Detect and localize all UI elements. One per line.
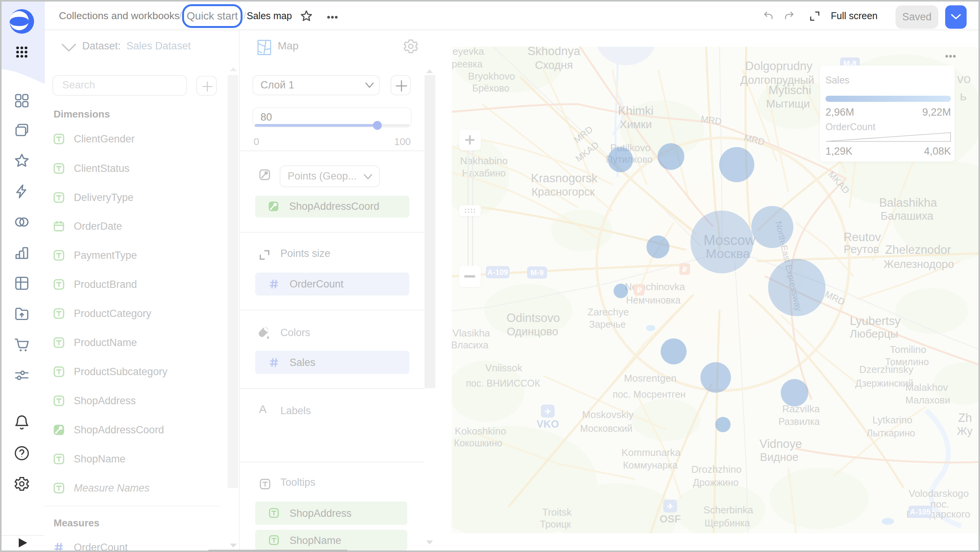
svg-text:Skhodnya: Skhodnya <box>527 47 581 58</box>
svg-text:Сходня: Сходня <box>535 59 573 71</box>
svg-text:Мытищи: Мытищи <box>766 98 810 110</box>
svg-text:Кокошкино: Кокошкино <box>454 438 502 448</box>
svg-text:Жу: Жу <box>957 425 973 437</box>
svg-text:Lyubertsy: Lyubertsy <box>850 314 901 328</box>
svg-text:vo: vo <box>957 71 971 86</box>
svg-text:Красногорск: Красногорск <box>531 186 594 198</box>
svg-text:Щербинка: Щербинка <box>705 518 750 528</box>
svg-text:А-109: А-109 <box>487 268 508 276</box>
svg-text:Zheleznodor: Zheleznodor <box>885 243 951 256</box>
svg-text:Vniissok: Vniissok <box>485 362 523 374</box>
svg-text:Видное: Видное <box>760 451 799 463</box>
svg-text:Реутов: Реутов <box>844 243 879 255</box>
svg-text:Drozhzhino: Drozhzhino <box>691 464 742 475</box>
svg-text:Zarechye: Zarechye <box>588 306 629 318</box>
svg-text:OSF: OSF <box>659 513 681 525</box>
svg-text:Zh: Zh <box>958 411 972 425</box>
svg-text:₽: ₽ <box>637 286 642 294</box>
svg-text:Kokoshkino: Kokoshkino <box>455 425 506 437</box>
svg-text:Lytkarino: Lytkarino <box>873 414 913 426</box>
svg-text:Balashikha: Balashikha <box>879 196 937 209</box>
svg-text:Нахабино: Нахабино <box>462 168 506 178</box>
svg-text:Kommunarka: Kommunarka <box>622 447 681 458</box>
svg-text:VKO: VKO <box>537 418 559 430</box>
svg-text:Одинцово: Одинцово <box>507 325 558 338</box>
svg-text:пос. Мосрентген: пос. Мосрентген <box>613 389 686 400</box>
svg-text:Троицк: Троицк <box>540 519 571 529</box>
svg-text:Dolgoprudny: Dolgoprudny <box>745 59 812 73</box>
svg-text:Железнодоро: Железнодоро <box>884 258 954 270</box>
svg-text:Mosrentgen: Mosrentgen <box>624 372 676 384</box>
svg-text:Развилка: Развилка <box>778 416 820 427</box>
svg-text:Люберцы: Люберцы <box>850 328 899 340</box>
svg-text:Московский: Московский <box>580 423 633 434</box>
svg-text:Nemchinovka: Nemchinovka <box>625 281 685 292</box>
svg-text:Дзержинский: Дзержинский <box>855 378 914 389</box>
svg-text:пос. ВНИИССОК: пос. ВНИИССОК <box>466 378 540 389</box>
svg-text:М-9: М-9 <box>531 268 544 277</box>
svg-text:✈: ✈ <box>667 502 674 511</box>
svg-text:Volodarskogo: Volodarskogo <box>908 488 969 499</box>
svg-text:ь: ь <box>960 88 967 103</box>
svg-text:Дрожжино: Дрожжино <box>693 477 739 488</box>
svg-text:Vlasikha: Vlasikha <box>453 327 490 339</box>
svg-text:✈: ✈ <box>545 407 551 416</box>
svg-text:А-105: А-105 <box>910 508 931 516</box>
svg-text:Bryokhovo: Bryokhovo <box>468 70 515 82</box>
svg-text:Малахови: Малахови <box>905 395 950 405</box>
svg-text:Tomilino: Tomilino <box>890 344 926 355</box>
svg-text:₽: ₽ <box>682 265 687 274</box>
svg-text:Moskovskiy: Moskovskiy <box>582 409 633 420</box>
svg-text:Брёхово: Брёхово <box>472 83 509 93</box>
svg-text:Odintsovo: Odintsovo <box>506 311 560 325</box>
svg-text:Томилино: Томилино <box>885 356 929 367</box>
svg-text:Химки: Химки <box>620 118 652 131</box>
svg-text:Лыткарино: Лыткарино <box>867 428 915 438</box>
svg-text:Reutov: Reutov <box>843 230 881 244</box>
svg-text:Krasnogorsk: Krasnogorsk <box>531 171 598 185</box>
svg-text:Коммунарка: Коммунарка <box>623 460 678 470</box>
svg-text:Заречье: Заречье <box>589 319 626 330</box>
svg-text:Troitsk: Troitsk <box>542 506 572 518</box>
svg-text:eyevka: eyevka <box>453 47 484 57</box>
svg-text:реевка: реевка <box>452 59 482 69</box>
svg-text:Немчиновка: Немчиновка <box>626 295 681 305</box>
svg-text:Scherbinka: Scherbinka <box>703 504 754 516</box>
svg-text:Долгопрудный: Долгопрудный <box>740 74 814 86</box>
svg-text:Khimki: Khimki <box>618 104 653 118</box>
svg-text:Балашиха: Балашиха <box>881 210 934 222</box>
svg-text:Vidnoye: Vidnoye <box>759 437 802 451</box>
svg-text:Власиха: Власиха <box>452 340 488 350</box>
